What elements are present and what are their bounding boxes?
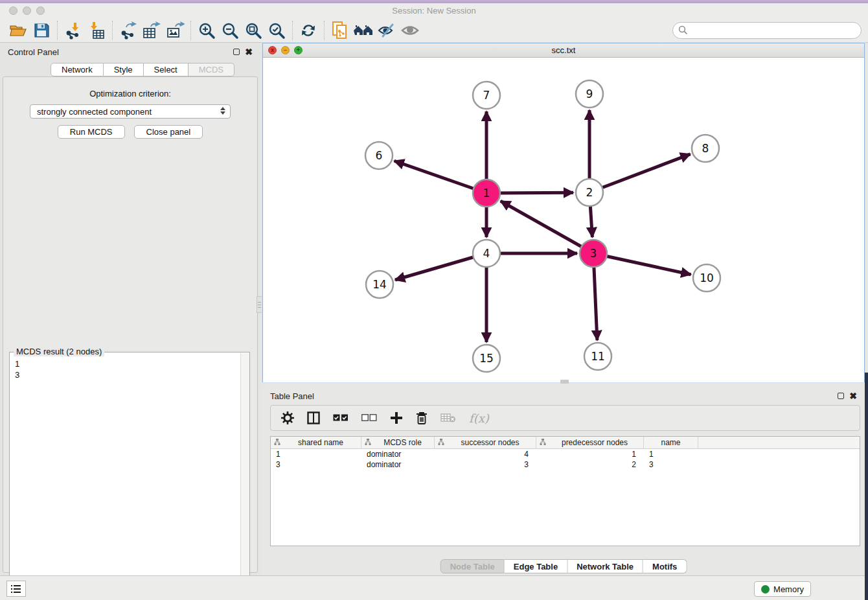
edge-2-8[interactable] [589, 154, 691, 192]
hide-panels-icon[interactable] [375, 20, 398, 41]
float-panel-icon[interactable] [233, 49, 240, 55]
run-mcds-button[interactable]: Run MCDS [58, 125, 125, 139]
network-graph[interactable]: 1234678910111415 [263, 58, 864, 382]
tab-network[interactable]: Network [51, 63, 104, 76]
result-node: 3 [15, 369, 234, 380]
node-table[interactable]: shared nameMCDS rolesuccessor nodesprede… [270, 436, 860, 546]
node-11[interactable]: 11 [584, 343, 611, 370]
cell-name[interactable]: 1 [644, 449, 698, 459]
node-4[interactable]: 4 [473, 240, 500, 267]
search-field-wrapper [672, 22, 862, 39]
tab-network-table[interactable]: Network Table [567, 559, 643, 573]
import-network-icon[interactable] [62, 20, 85, 41]
column-flow-icon [438, 438, 444, 447]
edge-3-1[interactable] [501, 201, 593, 253]
show-panels-icon[interactable] [398, 20, 422, 41]
cell-MCDS-role[interactable]: dominator [361, 459, 435, 470]
node-6[interactable]: 6 [365, 142, 393, 169]
memory-button[interactable]: Memory [754, 581, 811, 597]
node-15[interactable]: 15 [473, 345, 500, 372]
network-splitter-handle[interactable] [560, 380, 569, 384]
save-session-icon[interactable] [30, 20, 53, 41]
control-panel-tabs: NetworkStyleSelectMCDS [51, 63, 234, 76]
search-icon [678, 25, 688, 38]
control-panel-title: Control Panel [8, 47, 59, 57]
criterion-select[interactable]: strongly connected component [30, 104, 231, 119]
close-panel-icon[interactable]: ✖ [245, 49, 253, 55]
column-header-MCDS-role[interactable]: MCDS role [361, 437, 435, 448]
table-toolbar: f(x) [270, 405, 860, 431]
table-panel-header: Table Panel ✖ [262, 387, 865, 405]
table-row[interactable]: 3dominator323 [271, 459, 860, 470]
columns-icon[interactable] [307, 411, 320, 424]
panel-splitter-handle[interactable] [257, 296, 262, 313]
zoom-selected-icon[interactable] [265, 20, 288, 41]
node-3[interactable]: 3 [580, 240, 607, 267]
table-row[interactable]: 1dominator411 [271, 449, 860, 459]
delete-column-icon[interactable] [416, 411, 428, 425]
node-8[interactable]: 8 [692, 135, 719, 162]
open-session-icon[interactable] [6, 20, 30, 41]
maximize-network-button[interactable]: + [294, 46, 303, 54]
svg-text:14: 14 [372, 278, 387, 291]
cell-predecessor-nodes[interactable]: 1 [536, 449, 644, 459]
select-all-icon[interactable] [333, 414, 348, 422]
export-image-icon[interactable] [163, 20, 187, 41]
node-7[interactable]: 7 [473, 82, 500, 109]
cell-predecessor-nodes[interactable]: 2 [536, 459, 644, 470]
toolbar-separator [57, 21, 58, 40]
node-9[interactable]: 9 [576, 80, 603, 108]
column-header-predecessor-nodes[interactable]: predecessor nodes [536, 437, 644, 448]
delete-table-icon [440, 413, 456, 423]
node-14[interactable]: 14 [366, 271, 393, 298]
cell-shared-name[interactable]: 3 [271, 459, 361, 470]
edge-1-6[interactable] [394, 161, 486, 193]
tab-style[interactable]: Style [104, 63, 144, 76]
svg-text:3: 3 [590, 247, 597, 260]
status-bar: Memory [0, 575, 868, 600]
deselect-all-icon[interactable] [361, 414, 377, 422]
tab-motifs[interactable]: Motifs [643, 559, 687, 573]
cell-successor-nodes[interactable]: 3 [435, 459, 536, 470]
add-column-icon[interactable] [390, 411, 403, 424]
export-table-icon[interactable] [140, 20, 163, 41]
zoom-out-icon[interactable] [218, 20, 242, 41]
edge-3-10[interactable] [593, 253, 691, 275]
search-input[interactable] [672, 22, 862, 39]
column-header-successor-nodes[interactable]: successor nodes [435, 437, 536, 448]
cell-successor-nodes[interactable]: 4 [435, 449, 536, 459]
cell-shared-name[interactable]: 1 [271, 449, 361, 459]
node-2[interactable]: 2 [576, 179, 603, 206]
tab-edge-table[interactable]: Edge Table [505, 559, 567, 573]
tab-mcds[interactable]: MCDS [188, 63, 234, 76]
network-canvas[interactable]: 1234678910111415 [263, 58, 864, 382]
column-header-shared-name[interactable]: shared name [271, 437, 361, 448]
import-table-icon[interactable] [85, 20, 108, 41]
cell-name[interactable]: 3 [644, 459, 698, 470]
tab-node-table[interactable]: Node Table [440, 559, 505, 573]
application-window: Session: New Session [0, 0, 868, 600]
task-history-button[interactable] [6, 581, 26, 597]
memory-label: Memory [773, 584, 804, 594]
close-network-button[interactable]: x [268, 46, 277, 54]
main-toolbar [0, 18, 868, 43]
result-scrollbar[interactable] [240, 353, 249, 597]
cell-MCDS-role[interactable]: dominator [361, 449, 435, 459]
tab-select[interactable]: Select [144, 63, 188, 76]
gear-icon[interactable] [281, 411, 294, 424]
result-node: 1 [15, 358, 234, 369]
close-table-panel-icon[interactable]: ✖ [849, 393, 857, 399]
export-network-icon[interactable] [117, 20, 140, 41]
zoom-fit-icon[interactable] [242, 20, 265, 41]
node-1[interactable]: 1 [473, 179, 500, 207]
clone-network-icon[interactable] [328, 20, 352, 41]
minimize-network-button[interactable]: – [281, 46, 290, 54]
node-10[interactable]: 10 [693, 264, 720, 292]
refresh-view-icon[interactable] [297, 20, 320, 41]
mcds-panel: Optimization criterion: strongly connect… [3, 76, 258, 573]
column-header-name[interactable]: name [644, 437, 698, 448]
reset-view-icon[interactable] [352, 20, 375, 41]
zoom-in-icon[interactable] [195, 20, 218, 41]
float-table-panel-icon[interactable] [838, 393, 844, 399]
close-panel-button[interactable]: Close panel [134, 125, 203, 139]
